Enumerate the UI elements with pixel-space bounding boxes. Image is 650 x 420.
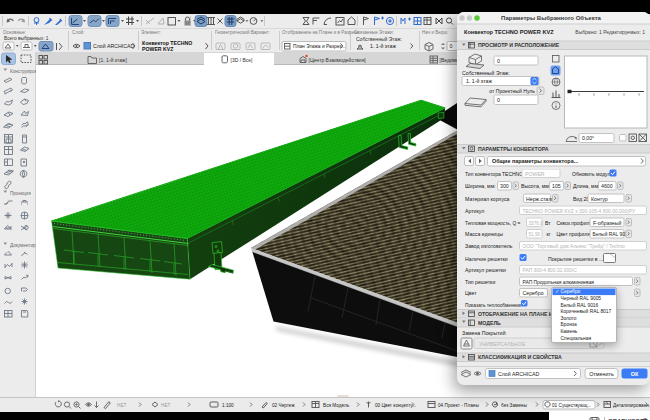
- svg-text:[1. 1-й этаж]: [1. 1-й этаж]: [99, 57, 127, 63]
- svg-text:✓ Серебро: ✓ Серебро: [555, 289, 581, 294]
- svg-text:0,00°: 0,00°: [582, 135, 594, 141]
- svg-text:Артикул: Артикул: [465, 208, 484, 214]
- svg-text:Обновить модуль: Обновить модуль: [572, 171, 613, 177]
- svg-text:51,90: 51,90: [529, 232, 541, 237]
- svg-text:План Этажа и Разрез...: План Этажа и Разрез...: [293, 44, 346, 49]
- svg-text:кг: кг: [547, 231, 551, 237]
- svg-text:Цвет: Цвет: [465, 290, 477, 296]
- svg-text:POWER KVZ: POWER KVZ: [142, 46, 174, 52]
- svg-text:01 Существующ...: 01 Существующ...: [552, 403, 591, 408]
- svg-text:Показать теплообменник: Показать теплообменник: [465, 303, 522, 308]
- svg-text:Нерж.сталь: Нерж.сталь: [526, 196, 554, 202]
- svg-text:КЛАССИФИКАЦИЯ И СВОЙСТВА: КЛАССИФИКАЦИЯ И СВОЙСТВА: [478, 353, 562, 360]
- svg-text:Замена Покрытий:: Замена Покрытий:: [462, 330, 507, 336]
- svg-text:Камень: Камень: [560, 329, 577, 334]
- svg-text:Тип решетки: Тип решетки: [465, 279, 495, 285]
- svg-text:Детализированн...: Детализированн...: [613, 403, 650, 408]
- svg-text:Масса единицы: Масса единицы: [465, 231, 503, 237]
- svg-text:РАП Продольная алюминиевая: РАП Продольная алюминиевая: [523, 280, 595, 285]
- svg-text:НЕТ: НЕТ: [161, 403, 171, 408]
- svg-text:Наличие решетки: Наличие решетки: [465, 256, 508, 262]
- svg-text:Серебро: Серебро: [523, 290, 544, 296]
- svg-text:Выбрано: 1 Редактируемых: 1: Выбрано: 1 Редактируемых: 1: [575, 29, 645, 35]
- svg-text:0: 0: [497, 97, 500, 103]
- svg-text:Контур: Контур: [591, 196, 608, 202]
- svg-text:1. 1-й этаж: 1. 1-й этаж: [466, 78, 492, 84]
- svg-text:МОДЕЛЬ: МОДЕЛЬ: [478, 320, 501, 326]
- svg-text:Ширина, мм:: Ширина, мм:: [465, 183, 496, 189]
- svg-text:Артикул решетки: Артикул решетки: [465, 267, 506, 273]
- svg-text:Тепловая мощность, Q =: Тепловая мощность, Q =: [465, 221, 521, 226]
- svg-text:[3D / Все]: [3D / Все]: [231, 57, 254, 63]
- svg-text:Покрытие решетки в ...: Покрытие решетки в ...: [548, 256, 603, 262]
- svg-text:0: 0: [497, 58, 500, 64]
- svg-text:1:100: 1:100: [222, 403, 234, 408]
- svg-text:Черный RAL 9005: Черный RAL 9005: [560, 295, 601, 301]
- svg-text:ПАРАМЕТРЫ КОНВЕКТОРА: ПАРАМЕТРЫ КОНВЕКТОРА: [478, 146, 549, 152]
- svg-text:105: 105: [552, 183, 561, 189]
- svg-text:Слой ARCHICAD: Слой ARCHICAD: [498, 371, 539, 377]
- svg-text:1. 1-й этаж: 1. 1-й этаж: [370, 43, 396, 49]
- svg-text:НЕТ: НЕТ: [117, 403, 127, 408]
- svg-text:Конвектор TECHNO POWER KVZ: Конвектор TECHNO POWER KVZ: [464, 29, 554, 35]
- svg-text:Длина, мм:: Длина, мм:: [573, 183, 600, 189]
- svg-text:Материал корпуса: Материал корпуса: [465, 196, 510, 202]
- svg-text:04 Проект - Планы: 04 Проект - Планы: [438, 403, 479, 408]
- svg-text:Параметры Выбранного Объекта: Параметры Выбранного Объекта: [501, 15, 602, 21]
- svg-text:Белый RAL 9016: Белый RAL 9016: [560, 302, 598, 308]
- svg-text:Тип конвектора: Тип конвектора: [465, 171, 501, 177]
- svg-text:POWER: POWER: [525, 171, 545, 177]
- svg-text:Вся Модель: Вся Модель: [323, 403, 350, 408]
- svg-text:Документир: Документир: [10, 243, 36, 248]
- svg-text:УНИВЕРСАЛЬНОЕ: УНИВЕРСАЛЬНОЕ: [479, 341, 526, 347]
- svg-text:4600: 4600: [601, 183, 613, 189]
- svg-text:ПРОСМОТР И РАСПОЛОЖЕНИЕ: ПРОСМОТР И РАСПОЛОЖЕНИЕ: [478, 42, 560, 48]
- svg-text:Вт: Вт: [545, 220, 551, 226]
- svg-text:Цвет профиля: Цвет профиля: [557, 231, 591, 237]
- svg-text:Белый RAL 901: Белый RAL 901: [593, 231, 628, 237]
- svg-text:Сквоз.профиль: Сквоз.профиль: [557, 220, 593, 226]
- svg-text:Отменить: Отменить: [589, 371, 614, 377]
- svg-text:Конструиров: Конструиров: [10, 69, 36, 74]
- svg-text:Высота, мм:: Высота, мм:: [521, 183, 550, 189]
- svg-text:Коричневый RAL 8017: Коричневый RAL 8017: [560, 308, 611, 314]
- svg-text:Специальная: Специальная: [560, 336, 591, 341]
- svg-text:Бронза: Бронза: [560, 322, 577, 327]
- svg-text:без Замены: без Замены: [501, 403, 527, 408]
- svg-text:Собственный Этаж:: Собственный Этаж:: [462, 70, 510, 76]
- svg-text:Золото: Золото: [560, 316, 576, 321]
- svg-text:TECHNO POWER KVZ x 300-105-4: TECHNO POWER KVZ x 300-105-4 800.00.000(…: [523, 209, 636, 214]
- svg-text:ООО "Торговый дом Альянс "Трей: ООО "Торговый дом Альянс "Трейд" / Techn…: [523, 243, 626, 249]
- svg-text:300: 300: [500, 183, 509, 189]
- svg-text:ОК: ОК: [631, 371, 639, 377]
- svg-text:02 Чертеж: 02 Чертеж: [272, 403, 295, 408]
- svg-text:Слой ARCHICAD: Слой ARCHICAD: [93, 43, 134, 49]
- svg-text:00 Цвет концепту...: 00 Цвет концепту...: [375, 403, 416, 408]
- svg-text:3376.0: 3376.0: [529, 221, 544, 226]
- svg-text:от Проектный Нуль: от Проектный Нуль: [489, 88, 535, 94]
- svg-text:[Центр Взаимодействия]: [Центр Взаимодействия]: [309, 57, 367, 63]
- svg-text:0: 0: [450, 43, 453, 49]
- svg-text:TECHNO: TECHNO: [502, 171, 523, 177]
- svg-text:Общие параметры конвектора...: Общие параметры конвектора...: [492, 158, 579, 164]
- svg-text:Проекция: Проекция: [10, 191, 31, 196]
- svg-text:F-образный: F-образный: [593, 220, 621, 226]
- svg-text:Завод изготовитель: Завод изготовитель: [465, 243, 513, 249]
- svg-text:РАП 300-4 800.02.000/С: РАП 300-4 800.02.000/С: [523, 268, 578, 273]
